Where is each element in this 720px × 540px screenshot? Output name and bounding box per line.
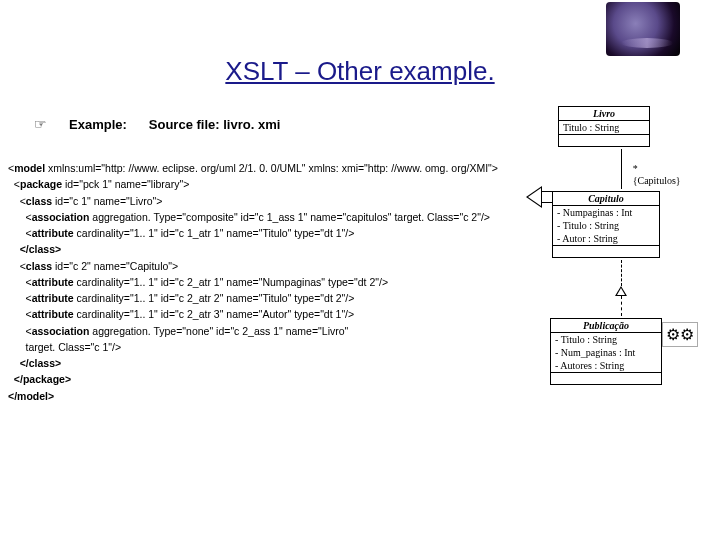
xml-source-block: <model xmlns:uml="http: //www. eclipse. … [8, 160, 528, 404]
uml-class-title: Publicação [551, 319, 661, 333]
slide-title: XSLT – Other example. [0, 56, 720, 87]
gears-icon: ⚙⚙ [662, 322, 698, 347]
uml-class-capitulo: Capitulo - Numpaginas : Int - Titulo : S… [552, 191, 660, 258]
uml-attr: - Autores : String [551, 359, 661, 372]
triangle-up-icon [615, 286, 627, 296]
uml-association: * {Capitulos} [548, 147, 694, 191]
uml-attr: - Autor : String [553, 232, 659, 245]
uml-mult: * [633, 163, 638, 174]
uml-ops-empty [553, 245, 659, 257]
source-file-label: Source file: livro. xmi [149, 117, 281, 132]
uml-attr: Titulo : String [559, 121, 649, 134]
uml-attr: - Numpaginas : Int [553, 206, 659, 219]
uml-ops-empty [551, 372, 661, 384]
uml-attr: - Num_paginas : Int [551, 346, 661, 359]
uml-class-publicacao: Publicação - Titulo : String - Num_pagin… [550, 318, 662, 385]
uml-class-title: Livro [559, 107, 649, 121]
uml-attr: - Titulo : String [553, 219, 659, 232]
uml-class-title: Capitulo [553, 192, 659, 206]
uml-class-livro: Livro Titulo : String [558, 106, 650, 147]
uml-role: {Capitulos} [633, 175, 681, 186]
corner-planet-image [606, 2, 680, 56]
example-row: ☞ Example: Source file: livro. xmi [34, 116, 280, 132]
uml-generalization [548, 258, 694, 318]
uml-ops-empty [559, 134, 649, 146]
uml-attr: - Titulo : String [551, 333, 661, 346]
pointing-hand-icon: ☞ [34, 116, 47, 132]
example-label: Example: [69, 117, 127, 132]
